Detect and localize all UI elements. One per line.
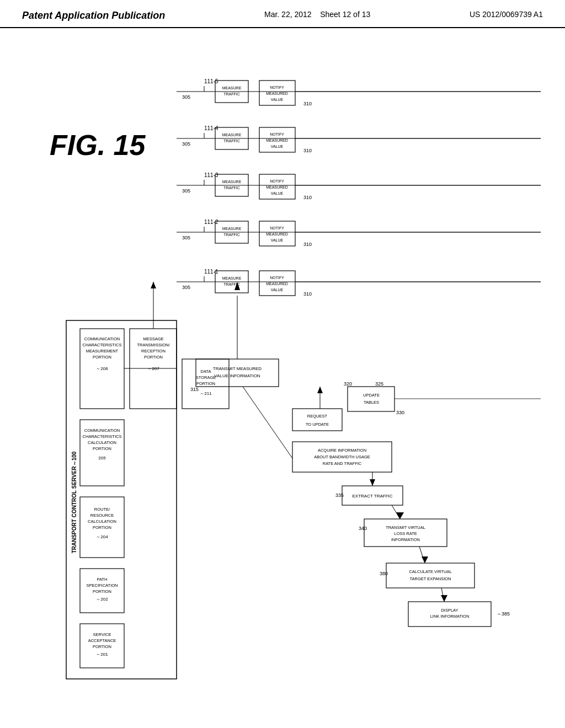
- notify-1b: MEASURED: [266, 282, 288, 286]
- step-305-5: 305: [182, 94, 190, 100]
- page-header: Patent Application Publication Mar. 22, …: [0, 0, 565, 28]
- id-205: 205: [98, 456, 106, 461]
- step-310-1: 310: [303, 291, 312, 297]
- publication-title: Patent Application Publication: [22, 10, 165, 22]
- figure-diagram: FIG. 15 TRANSPORT CONTROL SERVER～100 SER…: [33, 45, 546, 695]
- notify-2c: VALUE: [271, 238, 284, 242]
- msg-tx-rx-label: MESSAGE: [143, 336, 163, 341]
- msg-tx-rx-label2: TRANSMISSION/: [137, 342, 170, 347]
- route-res-label4: PORTION: [93, 525, 111, 530]
- step-305-3: 305: [182, 188, 190, 194]
- acquire-info-label: ACQUIRE INFORMATION: [318, 448, 366, 453]
- comm-char-meas-label3: MEASUREMENT: [86, 349, 119, 354]
- step-340: 340: [359, 526, 367, 531]
- server-label: TRANSPORT CONTROL SERVER～100: [71, 451, 77, 553]
- id-202: ～202: [96, 597, 108, 602]
- measure-traffic-2: MEASURE: [222, 227, 242, 231]
- measure-traffic-3b: TRAFFIC: [223, 186, 240, 190]
- request-update-label2: TO UPDATE: [306, 422, 329, 427]
- step-310-2: 310: [303, 242, 312, 247]
- svg-rect-41: [386, 563, 475, 588]
- step-335: 335: [335, 493, 344, 498]
- comm-char-meas-label: COMMUNICATION: [84, 336, 120, 341]
- measure-traffic-3: MEASURE: [222, 180, 242, 184]
- service-acceptance-label: SERVICE: [93, 632, 111, 637]
- diagram-area: FIG. 15 TRANSPORT CONTROL SERVER～100 SER…: [0, 28, 565, 701]
- update-tables-label2: TABLES: [364, 400, 379, 405]
- comm-char-meas-label4: PORTION: [93, 355, 111, 360]
- step-330: 330: [396, 410, 404, 415]
- display-link-label2: LINK INFORMATION: [430, 614, 470, 619]
- notify-4c: VALUE: [271, 144, 284, 148]
- update-tables-label: UPDATE: [363, 393, 380, 398]
- patent-number: US 2012/0069739 A1: [470, 10, 543, 19]
- path-spec-label3: PORTION: [93, 589, 111, 594]
- notify-3: NOTIFY: [270, 179, 284, 183]
- measure-traffic-5: MEASURE: [222, 86, 242, 90]
- step-380: 380: [380, 571, 388, 576]
- node-111-1: 111-1: [204, 269, 218, 275]
- id-211: ～211: [200, 391, 212, 396]
- calculate-label: CALCULATE VIRTUAL: [409, 569, 451, 574]
- notify-3c: VALUE: [271, 191, 284, 195]
- step-305-4: 305: [182, 141, 190, 147]
- svg-marker-47: [396, 512, 404, 519]
- sheet-info: Sheet 12 of 13: [320, 10, 370, 19]
- header-date-sheet: Mar. 22, 2012 Sheet 12 of 13: [264, 10, 370, 19]
- route-res-label3: CALCULATION: [88, 519, 116, 524]
- svg-rect-0: [66, 320, 177, 679]
- transmit-virtual-label2: LOSS RATE: [394, 531, 417, 536]
- path-spec-label2: SPECIFICATION: [87, 583, 118, 588]
- svg-rect-36: [292, 409, 342, 431]
- step-310-3: 310: [303, 195, 312, 200]
- notify-4: NOTIFY: [270, 132, 284, 136]
- comm-char-calc-label: COMMUNICATION: [84, 428, 120, 433]
- data-storage-label2: STORAGE: [196, 375, 216, 380]
- notify-5c: VALUE: [271, 98, 284, 101]
- svg-marker-56: [151, 282, 156, 288]
- svg-marker-51: [441, 595, 447, 602]
- data-storage-label: DATA: [201, 369, 211, 374]
- transmit-virtual-label: TRANSMIT VIRTUAL: [386, 525, 425, 530]
- route-res-label: ROUTE/: [94, 507, 110, 512]
- id-204: ～204: [96, 534, 108, 539]
- comm-char-calc-label2: CHARACTERISTICS: [83, 434, 122, 439]
- node-111-2: 111-2: [204, 219, 218, 225]
- node-111-4: 111-4: [204, 125, 218, 131]
- svg-rect-37: [348, 387, 395, 411]
- publication-date: Mar. 22, 2012: [264, 10, 312, 19]
- measure-traffic-4: MEASURE: [222, 133, 242, 137]
- measure-traffic-2b: TRAFFIC: [223, 233, 240, 237]
- extract-traffic-label: EXTRACT TRAFFIC: [352, 494, 392, 499]
- comm-char-calc-label3: CALCULATION: [88, 440, 116, 445]
- notify-1: NOTIFY: [270, 276, 284, 280]
- msg-tx-rx-label3: RECEPTION: [141, 349, 166, 354]
- svg-marker-49: [422, 556, 428, 563]
- comm-char-meas-label2: CHARACTERISTICS: [83, 342, 122, 347]
- step-315: 315: [190, 387, 199, 392]
- notify-5b: MEASURED: [266, 92, 288, 95]
- request-update-label: REQUEST: [307, 414, 328, 419]
- step-305-2: 305: [182, 235, 190, 240]
- transmit-measured-label: TRANSMIT MEASURED: [213, 366, 262, 371]
- service-acceptance-label2: ACCEPTANCE: [88, 638, 116, 643]
- measure-traffic-1: MEASURE: [222, 276, 242, 280]
- notify-2b: MEASURED: [266, 232, 288, 236]
- msg-tx-rx-label4: PORTION: [144, 355, 163, 360]
- comm-char-calc-label4: PORTION: [93, 446, 111, 451]
- notify-2: NOTIFY: [270, 226, 284, 230]
- notify-1c: VALUE: [271, 288, 284, 292]
- data-storage-label3: PORTION: [196, 381, 215, 386]
- path-spec-label: PATH: [97, 577, 108, 582]
- acquire-info-label3: RATE AND TRAFFIC: [323, 461, 362, 466]
- id-206: ～206: [96, 366, 108, 371]
- notify-4b: MEASURED: [266, 138, 288, 142]
- svg-marker-45: [370, 479, 375, 486]
- acquire-info-label2: ABOUT BANDWIDTH USAGE: [314, 454, 370, 459]
- transmit-virtual-label3: INFORMATION: [391, 537, 420, 542]
- svg-line-43: [243, 387, 292, 458]
- step-325: 325: [375, 381, 383, 387]
- id-201: ～201: [96, 652, 108, 657]
- step-320: 320: [344, 381, 352, 387]
- svg-marker-53: [317, 387, 323, 393]
